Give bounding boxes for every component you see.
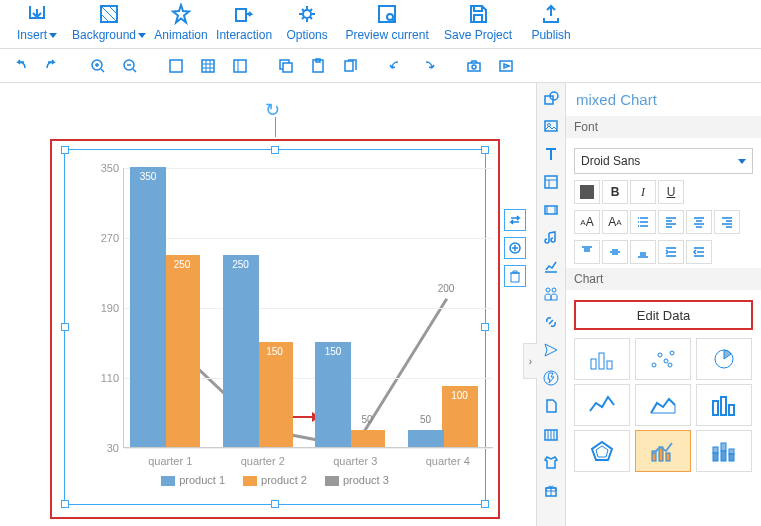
video-tool[interactable] <box>540 199 562 221</box>
rotate-handle[interactable]: ↻ <box>265 99 280 121</box>
library-tool[interactable] <box>540 423 562 445</box>
align-left-button[interactable] <box>658 210 684 234</box>
chart-type-mixed[interactable] <box>635 430 691 472</box>
svg-rect-21 <box>545 121 557 131</box>
properties-panel: mixed Chart Font Droid Sans B I U AA AA <box>566 83 761 526</box>
insert-menu[interactable]: Insert <box>10 2 64 42</box>
chart-selection[interactable]: ↻ 30110190270350 350250quarter 1250150qu… <box>50 139 500 519</box>
svg-rect-50 <box>729 454 734 461</box>
chart-type-scatter[interactable] <box>635 338 691 380</box>
svg-rect-49 <box>729 449 734 454</box>
add-button[interactable] <box>504 237 526 259</box>
align-center-button[interactable] <box>686 210 712 234</box>
italic-button[interactable]: I <box>630 180 656 204</box>
background-menu[interactable]: Background <box>72 2 146 42</box>
outdent-button[interactable] <box>686 240 712 264</box>
paste-button[interactable] <box>304 53 332 79</box>
text-color-button[interactable] <box>574 180 600 204</box>
svg-rect-23 <box>545 176 557 188</box>
shapes-tool[interactable] <box>540 87 562 109</box>
resize-handle[interactable] <box>271 500 279 508</box>
camera-button[interactable] <box>460 53 488 79</box>
resize-handle[interactable] <box>481 146 489 154</box>
chart-type-line[interactable] <box>574 384 630 426</box>
zoom-out-button[interactable] <box>116 53 144 79</box>
publish-icon <box>539 2 563 26</box>
preview2-button[interactable] <box>492 53 520 79</box>
svg-rect-1 <box>236 9 246 21</box>
panel-title: mixed Chart <box>566 83 761 116</box>
bold-button[interactable]: B <box>602 180 628 204</box>
svg-point-35 <box>664 359 668 363</box>
canvas[interactable]: ↻ 30110190270350 350250quarter 1250150qu… <box>0 83 536 526</box>
redo2-button[interactable] <box>414 53 442 79</box>
gift-tool[interactable] <box>540 479 562 501</box>
valign-bot-button[interactable] <box>630 240 656 264</box>
chart-type-stacked[interactable] <box>696 430 752 472</box>
bar: 150 <box>315 342 351 447</box>
image-tool[interactable] <box>540 115 562 137</box>
options-label: Options <box>286 28 327 42</box>
publish-button[interactable]: Publish <box>524 2 578 42</box>
chart-type-column[interactable] <box>696 384 752 426</box>
font-select[interactable]: Droid Sans <box>574 148 753 174</box>
bar: 150 <box>257 342 293 447</box>
expand-panel-button[interactable]: › <box>523 343 537 379</box>
animation-button[interactable]: Animation <box>154 2 208 42</box>
duplicate-button[interactable] <box>336 53 364 79</box>
save-label: Save Project <box>444 28 512 42</box>
document-tool[interactable] <box>540 395 562 417</box>
y-tick: 350 <box>101 162 119 174</box>
svg-rect-47 <box>721 443 726 451</box>
resize-handle[interactable] <box>61 323 69 331</box>
svg-point-2 <box>303 10 311 18</box>
redo-button[interactable] <box>38 53 66 79</box>
animation-icon <box>169 2 193 26</box>
table-button[interactable] <box>194 53 222 79</box>
list-button[interactable] <box>630 210 656 234</box>
underline-button[interactable]: U <box>658 180 684 204</box>
edit-data-button[interactable]: Edit Data <box>574 300 753 330</box>
interaction-button[interactable]: Interaction <box>216 2 272 42</box>
resize-handle[interactable] <box>481 500 489 508</box>
chart-type-bar[interactable] <box>574 338 630 380</box>
text-tool[interactable] <box>540 143 562 165</box>
options-button[interactable]: Options <box>280 2 334 42</box>
zoom-in-button[interactable] <box>84 53 112 79</box>
send-tool[interactable] <box>540 339 562 361</box>
indent-button[interactable] <box>658 240 684 264</box>
delete-button[interactable] <box>504 265 526 287</box>
preview-button[interactable]: Preview current <box>342 2 432 42</box>
resize-handle[interactable] <box>271 146 279 154</box>
grid-button[interactable] <box>162 53 190 79</box>
layout-button[interactable] <box>226 53 254 79</box>
copy-button[interactable] <box>272 53 300 79</box>
music-tool[interactable] <box>540 227 562 249</box>
layout-tool[interactable] <box>540 171 562 193</box>
valign-mid-button[interactable] <box>602 240 628 264</box>
flash-tool[interactable] <box>540 367 562 389</box>
valign-top-button[interactable] <box>574 240 600 264</box>
svg-rect-7 <box>170 60 182 72</box>
swap-button[interactable] <box>504 209 526 231</box>
font-bigger-button[interactable]: AA <box>574 210 600 234</box>
people-tool[interactable] <box>540 283 562 305</box>
chart-type-radar[interactable] <box>574 430 630 472</box>
font-smaller-button[interactable]: AA <box>602 210 628 234</box>
link-tool[interactable] <box>540 311 562 333</box>
save-icon <box>466 2 490 26</box>
save-button[interactable]: Save Project <box>440 2 516 42</box>
resize-handle[interactable] <box>61 146 69 154</box>
svg-rect-32 <box>607 361 612 369</box>
clothing-tool[interactable] <box>540 451 562 473</box>
interaction-label: Interaction <box>216 28 272 42</box>
undo-button[interactable] <box>6 53 34 79</box>
chart-type-area[interactable] <box>635 384 691 426</box>
align-right-button[interactable] <box>714 210 740 234</box>
chart-tool[interactable] <box>540 255 562 277</box>
undo2-button[interactable] <box>382 53 410 79</box>
chart-type-pie[interactable] <box>696 338 752 380</box>
main-ribbon: Insert Background Animation Interaction … <box>0 0 761 49</box>
resize-handle[interactable] <box>61 500 69 508</box>
svg-rect-45 <box>713 447 718 453</box>
